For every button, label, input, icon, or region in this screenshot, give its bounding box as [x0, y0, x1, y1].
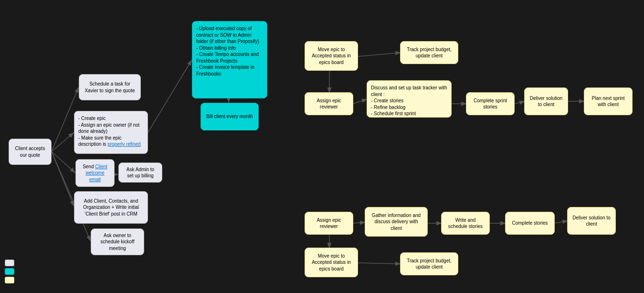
svg-line-13	[515, 101, 525, 104]
gather-info-node: Gather information and discuss delivery …	[365, 207, 428, 237]
assign-reviewer-top-label: Assign epic reviewer	[310, 98, 348, 110]
assign-reviewer-bot-label: Assign epic reviewer	[310, 217, 348, 230]
complete-stories-bot-node: Complete stories	[505, 212, 555, 235]
bill-client-node: Bill client every month	[201, 103, 259, 130]
send-welcome-label: Send Client welcome email	[81, 163, 109, 183]
move-epic-accepted-top-node: Move epic to Accepted status in epics bo…	[305, 41, 358, 71]
client-accepts-node: Client accepts our quote	[9, 139, 52, 165]
assign-reviewer-top-node: Assign epic reviewer	[305, 92, 353, 115]
send-welcome-node: Send Client welcome email	[75, 159, 115, 187]
track-budget-top-label: Track project budget, update client	[405, 46, 453, 59]
plan-next-sprint-label: Plan next sprint with client	[589, 95, 627, 108]
complete-sprint-top-node: Complete sprint stories	[466, 92, 515, 115]
move-epic-accepted-bot-node: Move epic to Accepted status in epics bo…	[305, 248, 358, 277]
svg-line-2	[52, 132, 74, 152]
ask-owner-kickoff-label: Ask owner to schedule kickoff meeting	[96, 232, 139, 252]
legend-box-white	[5, 260, 14, 266]
track-budget-bot-node: Track project budget, update client	[400, 252, 458, 275]
client-welcome-link[interactable]: Client welcome email	[85, 164, 107, 182]
svg-line-11	[353, 99, 368, 104]
plan-next-sprint-node: Plan next sprint with client	[584, 87, 633, 115]
ask-owner-kickoff-node: Ask owner to schedule kickoff meeting	[91, 228, 144, 255]
upload-executed-label: - Upload executed copy of contract or SO…	[196, 25, 263, 77]
move-epic-accepted-bot-label: Move epic to Accepted status in epics bo…	[310, 253, 353, 272]
properly-refined-link[interactable]: properly refined	[107, 141, 140, 147]
client-accepts-label: Client accepts our quote	[14, 145, 46, 158]
move-epic-accepted-top-label: Move epic to Accepted status in epics bo…	[310, 46, 353, 66]
discuss-task-tracker-node: Discuss and set up task tracker with cli…	[367, 80, 452, 118]
svg-line-20	[358, 263, 401, 264]
legend	[5, 260, 14, 283]
svg-line-8	[148, 60, 192, 132]
write-schedule-node: Write and schedule stories	[441, 212, 490, 235]
svg-line-3	[52, 152, 75, 173]
assign-reviewer-bot-node: Assign epic reviewer	[305, 212, 353, 235]
bill-client-label: Bill client every month	[206, 113, 253, 120]
deliver-solution-bot-label: Deliver solution to client	[572, 215, 611, 228]
legend-box-cyan	[5, 268, 14, 275]
track-budget-top-node: Track project budget, update client	[400, 41, 458, 64]
ask-admin-billing-node: Ask Admin to set up billing	[118, 163, 162, 183]
track-budget-bot-label: Track project budget, update client	[405, 258, 453, 271]
complete-stories-bot-label: Complete stories	[512, 220, 548, 227]
svg-line-9	[358, 53, 401, 56]
deliver-solution-top-label: Deliver solution to client	[529, 95, 563, 108]
legend-item-cyan	[5, 268, 14, 275]
gather-info-label: Gather information and discuss delivery …	[370, 212, 422, 232]
deliver-solution-bot-node: Deliver solution to client	[567, 207, 616, 235]
create-epic-label: - Create epic- Assign an epic owner (if …	[78, 115, 144, 148]
svg-line-18	[554, 221, 568, 223]
legend-item-white	[5, 260, 14, 266]
add-client-crm-node: Add Client, Contacts, and Organization +…	[74, 191, 148, 224]
svg-line-15	[353, 222, 366, 223]
deliver-solution-top-node: Deliver solution to client	[524, 87, 568, 115]
add-client-crm-label: Add Client, Contacts, and Organization +…	[79, 198, 143, 217]
discuss-task-tracker-label: Discuss and set up task tracker with cli…	[371, 85, 447, 117]
schedule-xavier-label: Schedule a task for Xavier to sign the q…	[84, 81, 136, 94]
ask-admin-billing-label: Ask Admin to set up billing	[124, 166, 157, 179]
legend-box-yellow	[5, 277, 14, 283]
create-epic-node: - Create epic- Assign an epic owner (if …	[74, 111, 148, 154]
schedule-xavier-node: Schedule a task for Xavier to sign the q…	[79, 74, 141, 100]
write-schedule-label: Write and schedule stories	[446, 217, 485, 230]
complete-sprint-top-label: Complete sprint stories	[471, 98, 509, 110]
svg-line-4	[52, 152, 74, 206]
upload-executed-node: - Upload executed copy of contract or SO…	[192, 21, 267, 98]
legend-item-yellow	[5, 277, 14, 283]
